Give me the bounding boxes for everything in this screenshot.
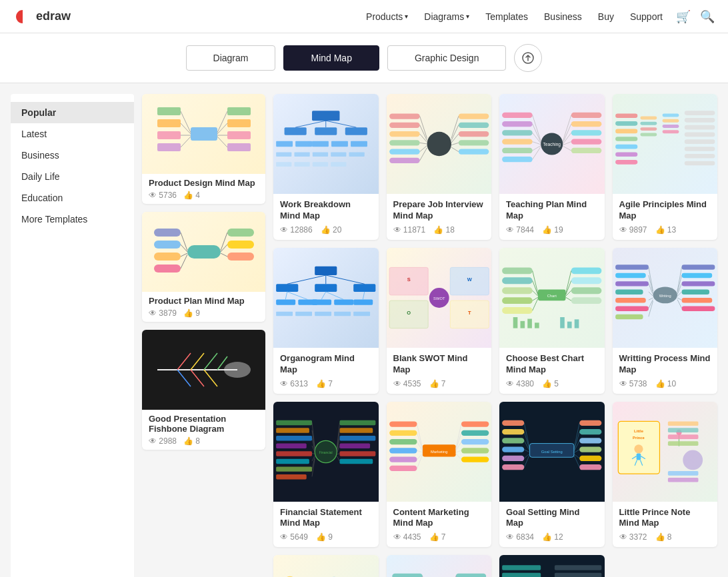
svg-rect-44 (315, 127, 337, 135)
card-title: Organogram Mind Map (280, 353, 372, 376)
svg-rect-360 (555, 573, 601, 577)
sidebar-item-more-templates[interactable]: More Templates (11, 209, 134, 230)
card-organogram[interactable]: Organogram Mind Map 👁 6313 👍 7 (273, 248, 379, 394)
thumbnail-svg: Chart (499, 248, 605, 348)
svg-rect-222 (276, 420, 312, 424)
sidebar-item-latest[interactable]: Latest (11, 123, 134, 145)
nav-products[interactable]: Products ▾ (366, 11, 408, 22)
card-prepare-job[interactable]: Prepare Job Interview Mind Map 👁 11871 👍… (387, 94, 492, 240)
svg-rect-132 (684, 161, 715, 166)
card-dark-mindmap[interactable]: Mind Map Template (499, 555, 605, 577)
svg-rect-140 (276, 299, 295, 304)
svg-rect-97 (571, 139, 602, 145)
svg-rect-276 (502, 420, 524, 425)
svg-rect-191 (575, 319, 579, 328)
svg-rect-185 (513, 317, 518, 328)
svg-rect-152 (315, 312, 331, 316)
card-swot[interactable]: SWOT S W O T Blank SWOT Mind Map 👁 4535 … (387, 248, 492, 394)
svg-rect-49 (276, 141, 293, 147)
svg-rect-73 (458, 140, 489, 145)
svg-rect-173 (571, 277, 602, 284)
card-teaching-plan[interactable]: Teaching (499, 94, 605, 240)
card-likes: 👍 13 (655, 225, 677, 235)
svg-rect-45 (345, 127, 367, 135)
card-financial[interactable]: Financial (273, 402, 379, 548)
card-choose-chart[interactable]: Chart (499, 248, 605, 394)
svg-text:O: O (407, 310, 411, 316)
card-goal-setting[interactable]: Goal Setting (499, 402, 605, 548)
card-likes: 👍 7 (429, 532, 446, 542)
svg-line-265 (417, 442, 422, 451)
logo-icon (13, 7, 32, 26)
svg-text:W: W (467, 277, 472, 283)
mindmap-button[interactable]: Mind Map (283, 45, 379, 71)
nav-templates[interactable]: Templates (485, 11, 528, 22)
card-meta: 👁 5738 👍 10 (619, 379, 711, 388)
search-icon[interactable]: 🔍 (700, 9, 715, 24)
card-views: 👁 4435 (393, 532, 421, 542)
svg-line-38 (177, 370, 191, 386)
svg-rect-279 (502, 446, 524, 452)
svg-line-10 (181, 111, 191, 133)
card-meta: 👁 4380 👍 5 (506, 379, 598, 388)
svg-rect-283 (579, 429, 601, 434)
nav-business[interactable]: Business (544, 11, 582, 22)
card-agile[interactable]: Agile Principles Mind Map 👁 9897 👍 13 (613, 94, 718, 240)
card-content-marketing[interactable]: Marketing (387, 402, 492, 548)
logo[interactable]: edraw (13, 7, 71, 26)
svg-line-137 (287, 275, 326, 284)
card-views: 👁 11871 (393, 225, 426, 235)
card-product-execution[interactable]: Product Execution Plan Mind (387, 555, 492, 577)
thumbnail-svg: Goal Setting (499, 402, 605, 502)
sidebar-item-popular[interactable]: Popular (11, 102, 134, 123)
card-meta: 👁 2988 👍 8 (149, 436, 259, 446)
svg-point-303 (634, 444, 643, 453)
card-writing-process[interactable]: Writing (613, 248, 718, 394)
svg-rect-230 (339, 420, 375, 424)
svg-line-270 (455, 432, 461, 450)
card-views: 👁 6313 (280, 379, 308, 388)
svg-line-15 (217, 123, 227, 134)
card-little-prince[interactable]: Little Prince (613, 402, 718, 548)
svg-line-40 (204, 370, 217, 386)
svg-rect-126 (684, 118, 715, 123)
nav-support[interactable]: Support (630, 11, 663, 22)
card-product-plan[interactable]: Product Plan Mind Map 👁 3879 👍 9 (142, 212, 265, 322)
cart-icon[interactable]: 🛒 (676, 9, 691, 24)
svg-rect-123 (662, 125, 679, 128)
card-likes: 👍 12 (542, 532, 563, 542)
nav-buy[interactable]: Buy (598, 11, 614, 22)
sidebar-item-daily-life[interactable]: Daily Life (11, 166, 134, 187)
card-work-breakdown[interactable]: Work Breakdown Mind Map 👁 12886 👍 20 (273, 94, 379, 240)
svg-rect-4 (157, 131, 181, 139)
svg-line-272 (455, 450, 461, 452)
sidebar-item-business[interactable]: Business (11, 145, 134, 166)
thumbnail-svg (387, 94, 492, 194)
diagram-button[interactable]: Diagram (186, 45, 276, 71)
svg-line-299 (574, 455, 579, 467)
svg-rect-153 (334, 312, 351, 316)
chevron-icon: ▾ (466, 13, 469, 20)
svg-line-145 (285, 292, 287, 300)
sidebar-item-education[interactable]: Education (11, 187, 134, 209)
nav-diagrams[interactable]: Diagrams ▾ (424, 11, 469, 22)
upload-button[interactable] (514, 44, 542, 72)
card-title: Work Breakdown Mind Map (280, 199, 372, 222)
card-thumbnail: Financial (273, 402, 379, 502)
card-bottom-col1[interactable]: Mind Map Template (273, 555, 379, 577)
svg-line-289 (524, 432, 529, 450)
svg-rect-189 (560, 317, 565, 328)
svg-line-37 (204, 353, 217, 370)
graphic-design-button[interactable]: Graphic Design (387, 45, 507, 71)
card-fishbone[interactable]: Good Presentation Fishbone Diagram 👁 298… (142, 330, 265, 450)
card-title: Financial Statement Mind Map (280, 507, 372, 530)
svg-rect-287 (579, 464, 601, 470)
svg-point-311 (683, 450, 703, 470)
svg-rect-228 (276, 466, 312, 471)
card-product-design[interactable]: Product Design Mind Map 👁 5736 👍 4 (142, 94, 265, 204)
svg-line-207 (648, 267, 653, 290)
card-thumbnail: Little Prince (613, 402, 718, 502)
svg-rect-122 (662, 119, 679, 123)
svg-rect-256 (389, 456, 417, 462)
svg-rect-6 (227, 107, 251, 115)
